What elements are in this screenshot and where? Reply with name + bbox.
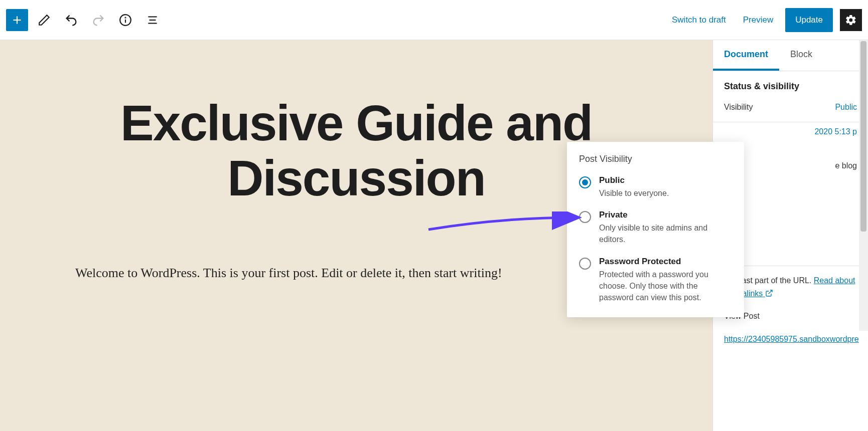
radio-label: Public — [599, 175, 732, 185]
radio-desc: Protected with a password you choose. On… — [599, 269, 732, 304]
outline-button[interactable] — [141, 9, 164, 31]
post-content[interactable]: Welcome to WordPress. This is your first… — [75, 261, 527, 285]
permalink-url: https://23405985975.sandboxwordpre — [713, 328, 868, 351]
radio-label: Password Protected — [599, 257, 732, 267]
undo-button[interactable] — [60, 9, 82, 31]
update-button[interactable]: Update — [785, 8, 833, 32]
sidebar-tabs: Document Block — [713, 40, 868, 71]
edit-mode-button[interactable] — [33, 9, 55, 31]
tab-block[interactable]: Block — [779, 40, 823, 71]
radio-icon — [579, 176, 591, 188]
tab-document[interactable]: Document — [713, 40, 779, 71]
visibility-option-password[interactable]: Password Protected Protected with a pass… — [579, 257, 732, 304]
settings-button[interactable] — [840, 9, 862, 31]
redo-button — [87, 9, 109, 31]
editor-header: Switch to draft Preview Update — [0, 0, 868, 40]
toolbar-left — [6, 9, 164, 31]
visibility-label: Visibility — [724, 103, 753, 112]
toolbar-right: Switch to draft Preview Update — [667, 8, 862, 32]
publish-datetime-partial: 2020 5:13 p — [713, 122, 868, 141]
permalink-url-link[interactable]: https://23405985975.sandboxwordpre — [724, 335, 859, 343]
visibility-option-public[interactable]: Public Visible to everyone. — [579, 175, 732, 199]
visibility-option-private[interactable]: Private Only visible to site admins and … — [579, 210, 732, 245]
svg-line-8 — [768, 290, 772, 294]
info-button[interactable] — [114, 9, 136, 31]
svg-point-4 — [125, 17, 125, 18]
status-visibility-title: Status & visibility — [724, 81, 857, 92]
radio-icon — [579, 211, 591, 223]
radio-desc: Visible to everyone. — [599, 187, 732, 199]
visibility-value[interactable]: Public — [835, 103, 857, 112]
preview-button[interactable]: Preview — [738, 11, 778, 29]
status-visibility-panel: Status & visibility Visibility Public — [713, 71, 868, 122]
visibility-row: Visibility Public — [724, 103, 857, 112]
popover-title: Post Visibility — [579, 154, 732, 164]
post-visibility-popover: Post Visibility Public Visible to everyo… — [567, 142, 744, 317]
add-block-button[interactable] — [6, 9, 28, 31]
radio-label: Private — [599, 210, 732, 220]
radio-desc: Only visible to site admins and editors. — [599, 222, 732, 245]
switch-to-draft-button[interactable]: Switch to draft — [667, 11, 731, 29]
editor-scrollbar[interactable] — [859, 40, 868, 331]
radio-icon — [579, 258, 591, 270]
